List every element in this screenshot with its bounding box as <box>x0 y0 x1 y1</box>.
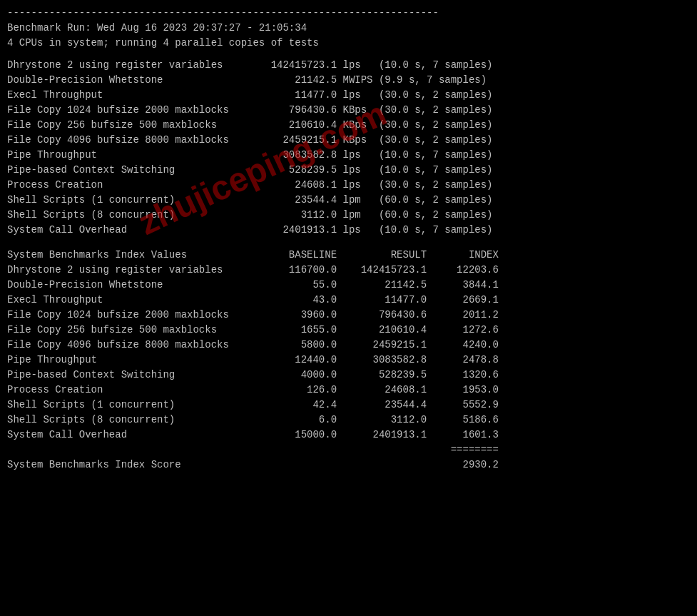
table-data-row: Execl Throughput 43.0 11477.0 2669.1 <box>7 293 690 308</box>
table-data-row: File Copy 4096 bufsize 8000 maxblocks 58… <box>7 338 690 353</box>
table-data-row: File Copy 1024 bufsize 2000 maxblocks 39… <box>7 308 690 323</box>
measurement-row: Shell Scripts (8 concurrent) 3112.0 lpm … <box>7 208 690 223</box>
table-data-row: Dhrystone 2 using register variables 116… <box>7 263 690 278</box>
measurement-row: Process Creation 24608.1 lps (30.0 s, 2 … <box>7 178 690 193</box>
table-data-row: Shell Scripts (1 concurrent) 42.4 23544.… <box>7 398 690 413</box>
measurement-row: Execl Throughput 11477.0 lps (30.0 s, 2 … <box>7 88 690 103</box>
measurement-row: Shell Scripts (1 concurrent) 23544.4 lpm… <box>7 193 690 208</box>
table-section: System Benchmarks Index Values BASELINE … <box>7 248 690 473</box>
measurement-row: File Copy 4096 bufsize 8000 maxblocks 24… <box>7 133 690 148</box>
table-data-row: Process Creation 126.0 24608.1 1953.0 <box>7 383 690 398</box>
score-row: System Benchmarks Index Score 2930.2 <box>7 458 690 473</box>
measurement-row: File Copy 1024 bufsize 2000 maxblocks 79… <box>7 103 690 118</box>
table-data-row: Double-Precision Whetstone 55.0 21142.5 … <box>7 278 690 293</box>
measurement-row: Pipe Throughput 3083582.8 lps (10.0 s, 7… <box>7 148 690 163</box>
table-data-row: System Call Overhead 15000.0 2401913.1 1… <box>7 428 690 443</box>
table-data-row: Pipe Throughput 12440.0 3083582.8 2478.8 <box>7 353 690 368</box>
measurement-row: Double-Precision Whetstone 21142.5 MWIPS… <box>7 73 690 88</box>
equals-row: ======== <box>7 443 690 458</box>
table-header-row: System Benchmarks Index Values BASELINE … <box>7 248 690 263</box>
measurements-section: Dhrystone 2 using register variables 142… <box>7 58 690 238</box>
benchmark-run-line: Benchmark Run: Wed Aug 16 2023 20:37:27 … <box>7 21 690 36</box>
separator-top: ----------------------------------------… <box>7 6 690 21</box>
measurement-row: Pipe-based Context Switching 528239.5 lp… <box>7 163 690 178</box>
table-data-row: Shell Scripts (8 concurrent) 6.0 3112.0 … <box>7 413 690 428</box>
table-data-row: File Copy 256 bufsize 500 maxblocks 1655… <box>7 323 690 338</box>
measurement-row: System Call Overhead 2401913.1 lps (10.0… <box>7 223 690 238</box>
cpus-line: 4 CPUs in system; running 4 parallel cop… <box>7 36 690 51</box>
measurement-row: File Copy 256 bufsize 500 maxblocks 2106… <box>7 118 690 133</box>
terminal-output: ----------------------------------------… <box>7 6 690 473</box>
table-data-row: Pipe-based Context Switching 4000.0 5282… <box>7 368 690 383</box>
header-section: Benchmark Run: Wed Aug 16 2023 20:37:27 … <box>7 21 690 51</box>
measurement-row: Dhrystone 2 using register variables 142… <box>7 58 690 73</box>
